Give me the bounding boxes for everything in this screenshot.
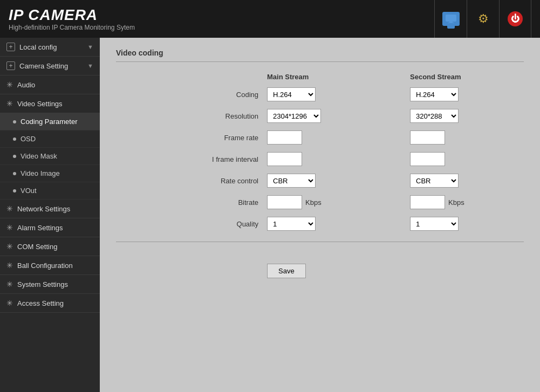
frame-rate-label: Frame rate xyxy=(116,134,267,142)
frame-rate-row: Frame rate 25 25 xyxy=(116,130,524,145)
second-coding-select[interactable]: H.264 H.265 xyxy=(410,87,459,101)
sidebar-item-system-settings[interactable]: ✳ System Settings xyxy=(0,275,100,294)
header-icons: ⚙ ⏻ xyxy=(434,0,531,38)
main-bitrate-unit: Kbps xyxy=(305,198,322,207)
header: IP CAMERA High-definition IP Camera Moni… xyxy=(0,0,540,38)
sidebar-item-osd[interactable]: OSD xyxy=(0,130,100,148)
quality-label: Quality xyxy=(116,220,267,228)
sidebar-item-com-setting[interactable]: ✳ COM Setting xyxy=(0,237,100,256)
sidebar-item-ball-configuration[interactable]: ✳ Ball Configuration xyxy=(0,256,100,275)
main-quality-group: 1 2 3 4 5 xyxy=(267,217,375,231)
system-settings-label: System Settings xyxy=(17,280,68,288)
main-frame-rate-input[interactable]: 25 xyxy=(267,130,302,145)
main-resolution-select[interactable]: 2304*1296 1920*1080 1280*720 xyxy=(267,109,321,123)
expand-icon-access: ✳ xyxy=(6,299,13,307)
wrench-icon: ⚙ xyxy=(478,12,489,26)
frame-rate-fields: 25 25 xyxy=(267,130,445,145)
rate-control-label: Rate control xyxy=(116,177,267,185)
sidebar-item-alarm-settings[interactable]: ✳ Alarm Settings xyxy=(0,218,100,237)
second-rate-control-select[interactable]: CBR VBR xyxy=(410,174,459,188)
dot-icon-2 xyxy=(13,137,16,141)
second-i-frame-input[interactable]: 50 xyxy=(410,152,445,166)
second-rate-control-group: CBR VBR xyxy=(410,174,459,188)
main-rate-control-select[interactable]: CBR VBR xyxy=(267,174,316,188)
network-settings-label: Network Settings xyxy=(17,205,70,213)
expand-icon-system: ✳ xyxy=(6,280,13,288)
dot-icon-4 xyxy=(13,172,16,175)
power-icon: ⏻ xyxy=(508,11,523,26)
save-button[interactable]: Save xyxy=(267,264,306,278)
app-subtitle: High-definition IP Camera Monitoring Syt… xyxy=(9,24,135,31)
rate-control-row: Rate control CBR VBR CBR VBR xyxy=(116,174,524,188)
resolution-fields: 2304*1296 1920*1080 1280*720 320*288 640… xyxy=(267,109,459,123)
main-bitrate-input[interactable]: 4096 xyxy=(267,195,302,209)
settings-button[interactable]: ⚙ xyxy=(467,0,499,38)
monitor-button[interactable] xyxy=(434,0,467,38)
main-coding-group: H.264 H.265 xyxy=(267,87,375,101)
audio-label: Audio xyxy=(17,81,35,89)
main-bitrate-group: 4096 Kbps xyxy=(267,195,375,209)
divider xyxy=(116,242,524,242)
main-quality-select[interactable]: 1 2 3 4 5 xyxy=(267,217,316,231)
quality-row: Quality 1 2 3 4 5 1 2 3 4 xyxy=(116,217,524,231)
expand-icon-alarm: ✳ xyxy=(6,223,13,232)
section-title: Video coding xyxy=(116,49,524,62)
second-bitrate-group: 512 Kbps xyxy=(410,195,464,209)
sidebar-item-vout[interactable]: VOut xyxy=(0,182,100,200)
main-i-frame-input[interactable]: 50 xyxy=(267,152,302,166)
second-i-frame-group: 50 xyxy=(410,152,445,166)
second-frame-rate-group: 25 xyxy=(410,130,445,145)
svg-rect-0 xyxy=(446,15,456,22)
main-i-frame-group: 50 xyxy=(267,152,375,166)
stream-headers: Main Stream Second Stream xyxy=(267,73,524,81)
sidebar-item-audio[interactable]: ✳ Audio xyxy=(0,75,100,94)
sidebar-item-local-config[interactable]: + Local config ▼ xyxy=(0,38,100,57)
sidebar-item-coding-parameter[interactable]: Coding Parameter xyxy=(0,113,100,130)
sidebar-item-video-image[interactable]: Video Image xyxy=(0,165,100,182)
bitrate-fields: 4096 Kbps 512 Kbps xyxy=(267,195,464,209)
main-resolution-group: 2304*1296 1920*1080 1280*720 xyxy=(267,109,375,123)
sidebar-item-video-settings[interactable]: ✳ Video Settings xyxy=(0,94,100,113)
app-title: IP CAMERA xyxy=(9,6,135,24)
i-frame-label: I frame interval xyxy=(116,155,267,163)
coding-fields: H.264 H.265 H.264 H.265 xyxy=(267,87,459,101)
local-config-label: Local config xyxy=(19,43,57,51)
video-image-label: Video Image xyxy=(20,169,60,177)
second-quality-group: 1 2 3 4 5 xyxy=(410,217,459,231)
dot-icon-3 xyxy=(13,155,16,158)
ball-configuration-label: Ball Configuration xyxy=(17,262,73,270)
video-mask-label: Video Mask xyxy=(20,152,57,160)
bitrate-row: Bitrate 4096 Kbps 512 Kbps xyxy=(116,195,524,209)
resolution-row: Resolution 2304*1296 1920*1080 1280*720 … xyxy=(116,109,524,123)
monitor-icon xyxy=(442,12,460,26)
expand-icon-com: ✳ xyxy=(6,242,13,251)
second-frame-rate-input[interactable]: 25 xyxy=(410,130,445,145)
quality-fields: 1 2 3 4 5 1 2 3 4 5 xyxy=(267,217,459,231)
sidebar-item-camera-setting[interactable]: + Camera Setting ▼ xyxy=(0,57,100,75)
second-resolution-group: 320*288 640*480 xyxy=(410,109,459,123)
second-resolution-select[interactable]: 320*288 640*480 xyxy=(410,109,459,123)
dot-icon xyxy=(13,120,16,123)
osd-label: OSD xyxy=(20,135,36,143)
power-button[interactable]: ⏻ xyxy=(499,0,531,38)
coding-row: Coding H.264 H.265 H.264 H.265 xyxy=(116,87,524,101)
main-coding-select[interactable]: H.264 H.265 xyxy=(267,87,316,101)
main-stream-header: Main Stream xyxy=(267,73,375,81)
sidebar-item-access-setting[interactable]: ✳ Access Setting xyxy=(0,294,100,313)
resolution-label: Resolution xyxy=(116,112,267,120)
main-frame-rate-group: 25 xyxy=(267,130,375,145)
sidebar: + Local config ▼ + Camera Setting ▼ ✳ Au… xyxy=(0,38,100,392)
second-stream-header: Second Stream xyxy=(410,73,518,81)
svg-rect-2 xyxy=(448,23,454,23)
second-bitrate-input[interactable]: 512 xyxy=(410,195,445,209)
alarm-settings-label: Alarm Settings xyxy=(17,224,63,232)
sidebar-item-network-settings[interactable]: ✳ Network Settings xyxy=(0,200,100,218)
com-setting-label: COM Setting xyxy=(17,243,57,251)
second-quality-select[interactable]: 1 2 3 4 5 xyxy=(410,217,459,231)
expand-icon-audio: ✳ xyxy=(6,80,13,89)
dot-icon-5 xyxy=(13,189,16,192)
camera-setting-label: Camera Setting xyxy=(19,62,68,70)
sidebar-item-video-mask[interactable]: Video Mask xyxy=(0,148,100,165)
chevron-down-icon-2: ▼ xyxy=(87,63,93,69)
expand-icon-ball: ✳ xyxy=(6,261,13,270)
